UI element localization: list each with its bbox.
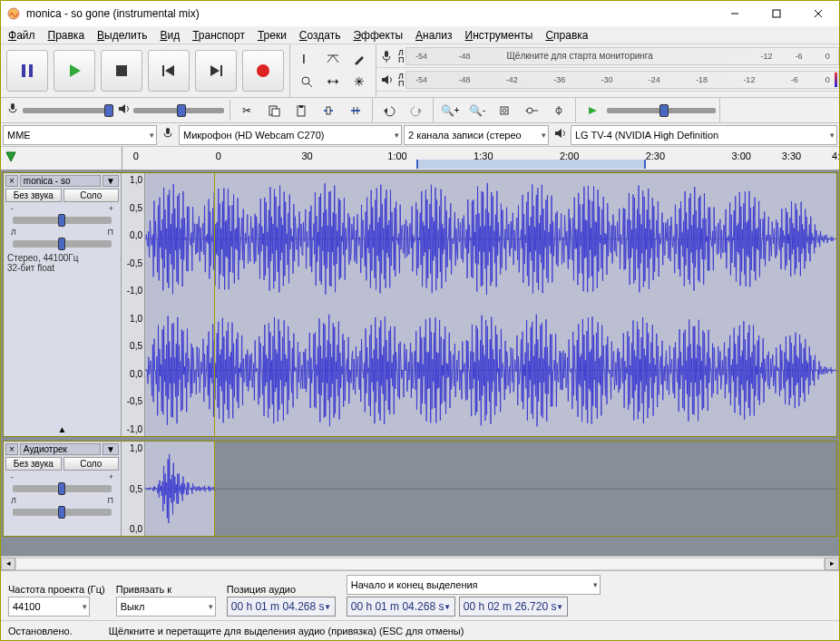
- track-close-button[interactable]: ×: [5, 443, 18, 455]
- zoom-tool[interactable]: [294, 71, 319, 92]
- svg-marker-24: [382, 75, 388, 84]
- menu-bar: Файл Правка Выделить Вид Транспорт Треки…: [1, 26, 839, 44]
- record-channels-combo[interactable]: 2 канала записи (стерео▾: [404, 125, 549, 145]
- mic-icon[interactable]: [376, 50, 396, 63]
- selection-tool[interactable]: I: [294, 48, 319, 70]
- svg-marker-46: [589, 107, 597, 114]
- selection-toolbar: Частота проекта (Гц) 44100▾ Привязать к …: [1, 570, 839, 620]
- scroll-right-button[interactable]: ▸: [825, 558, 839, 570]
- maximize-button[interactable]: [756, 1, 797, 26]
- svg-marker-26: [119, 104, 125, 113]
- pause-button[interactable]: [6, 50, 48, 92]
- play-at-speed-button[interactable]: [580, 100, 605, 121]
- menu-tracks[interactable]: Треки: [258, 29, 287, 42]
- audio-host-combo[interactable]: MME▾: [3, 125, 157, 145]
- svg-rect-8: [116, 65, 127, 76]
- project-rate-combo[interactable]: 44100▾: [8, 597, 90, 617]
- menu-generate[interactable]: Создать: [299, 29, 341, 42]
- speaker-icon[interactable]: [376, 73, 396, 86]
- record-button[interactable]: [242, 50, 284, 92]
- menu-file[interactable]: Файл: [8, 29, 35, 42]
- svg-point-13: [257, 64, 269, 77]
- device-toolbar: MME▾ Микрофон (HD Webcam C270)▾ 2 канала…: [1, 123, 839, 147]
- menu-help[interactable]: Справка: [545, 29, 588, 42]
- mute-button[interactable]: Без звука: [5, 457, 62, 471]
- track-1-vruler-l: 1,00,50,0-0,5-1,0 1,00,50,0-0,5-1,0: [122, 173, 145, 436]
- audio-position-spin[interactable]: 00 h 01 m 04.268 s▾: [227, 597, 336, 617]
- stop-button[interactable]: [101, 50, 142, 92]
- play-volume-slider[interactable]: [133, 108, 224, 113]
- menu-view[interactable]: Вид: [160, 29, 180, 42]
- undo-button[interactable]: [376, 100, 402, 121]
- copy-button[interactable]: [261, 100, 287, 121]
- menu-analyze[interactable]: Анализ: [415, 29, 453, 42]
- rec-volume-slider[interactable]: [23, 108, 113, 113]
- snap-combo[interactable]: Выкл▾: [116, 597, 216, 617]
- cut-button[interactable]: ✂: [234, 100, 259, 121]
- svg-rect-25: [11, 103, 15, 110]
- svg-rect-33: [327, 107, 330, 114]
- mute-button[interactable]: Без звука: [5, 189, 62, 202]
- zoom-toggle-button[interactable]: [546, 100, 571, 121]
- redo-button[interactable]: [404, 100, 429, 121]
- selection-mode-combo[interactable]: Начало и конец выделения▾: [347, 575, 601, 595]
- pan-slider[interactable]: [13, 240, 112, 248]
- solo-button[interactable]: Соло: [63, 189, 120, 202]
- meters: ЛП -54 -48 Щёлкните для старта мониторин…: [376, 44, 839, 97]
- track-menu-button[interactable]: ▼: [103, 175, 119, 187]
- skip-start-button[interactable]: [148, 50, 190, 92]
- gain-slider[interactable]: [13, 217, 112, 224]
- recording-meter[interactable]: -54 -48 Щёлкните для старта мониторинга …: [405, 47, 839, 65]
- collapse-button[interactable]: ▲: [5, 424, 119, 434]
- horizontal-scrollbar[interactable]: ◂ ▸: [1, 556, 839, 570]
- timeshift-tool[interactable]: [320, 71, 346, 92]
- minimize-button[interactable]: [714, 1, 756, 26]
- track-1-header: ×monica - so▼ Без звукаСоло -+ ЛП Стерео…: [4, 173, 122, 436]
- track-2-waveform[interactable]: [145, 442, 836, 536]
- selection-end-spin[interactable]: 00 h 02 m 26.720 s▾: [459, 597, 568, 617]
- play-button[interactable]: [54, 50, 95, 92]
- speaker-icon: [117, 102, 130, 118]
- envelope-tool[interactable]: [320, 48, 346, 70]
- zoom-in-button[interactable]: 🔍+: [437, 100, 463, 121]
- menu-transport[interactable]: Транспорт: [192, 29, 245, 42]
- pan-slider[interactable]: [13, 509, 112, 516]
- svg-rect-5: [22, 64, 25, 77]
- playback-meter[interactable]: -54 -48 -42 -36 -30 -24 -18 -12 -6 0: [405, 71, 839, 89]
- track-name[interactable]: Аудиотрек: [20, 443, 101, 455]
- pin-icon[interactable]: [5, 151, 17, 166]
- track-menu-button[interactable]: ▼: [103, 443, 119, 455]
- input-device-combo[interactable]: Микрофон (HD Webcam C270)▾: [179, 125, 402, 145]
- scroll-left-button[interactable]: ◂: [1, 558, 15, 570]
- menu-select[interactable]: Выделить: [97, 29, 147, 42]
- skip-end-button[interactable]: [195, 50, 237, 92]
- selection-start-spin[interactable]: 00 h 01 m 04.268 s▾: [347, 597, 455, 617]
- play-speed-slider[interactable]: [607, 108, 716, 113]
- svg-marker-10: [165, 65, 174, 76]
- solo-button[interactable]: Соло: [63, 457, 120, 471]
- menu-edit[interactable]: Правка: [48, 29, 85, 42]
- track-close-button[interactable]: ×: [5, 175, 18, 187]
- track-1-waveform[interactable]: [145, 173, 836, 436]
- mic-icon: [159, 127, 177, 142]
- app-icon: [6, 6, 21, 21]
- selection-range[interactable]: [416, 160, 646, 169]
- close-button[interactable]: [797, 1, 839, 26]
- zoom-out-button[interactable]: 🔍-: [464, 100, 490, 121]
- timeline[interactable]: 00301:001:302:002:303:003:304:00: [1, 147, 839, 170]
- menu-tools[interactable]: Инструменты: [465, 29, 533, 42]
- gain-slider[interactable]: [13, 485, 112, 492]
- draw-tool[interactable]: [347, 48, 372, 70]
- fit-selection-button[interactable]: [492, 100, 517, 121]
- trim-button[interactable]: [316, 100, 341, 121]
- menu-effects[interactable]: Эффекты: [353, 29, 403, 42]
- track-name[interactable]: monica - so: [20, 175, 101, 187]
- output-device-combo[interactable]: LG TV-4 (NVIDIA High Definition▾: [571, 125, 837, 145]
- paste-button[interactable]: [288, 100, 314, 121]
- project-rate-label: Частота проекта (Гц): [8, 584, 105, 595]
- fit-project-button[interactable]: [519, 100, 544, 121]
- silence-button[interactable]: [343, 100, 368, 121]
- svg-rect-2: [773, 10, 780, 17]
- svg-marker-7: [70, 64, 81, 77]
- multi-tool[interactable]: ✳: [347, 71, 372, 92]
